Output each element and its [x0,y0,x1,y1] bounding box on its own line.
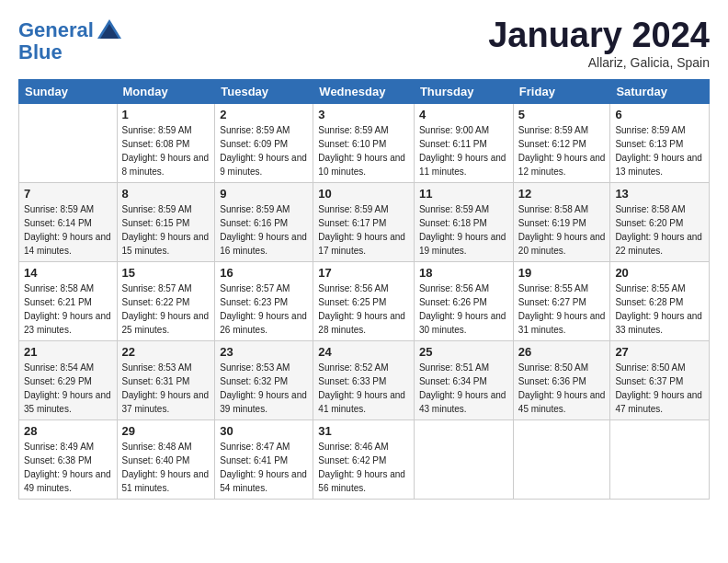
day-info: Sunrise: 8:58 AM Sunset: 6:19 PM Dayligh… [518,202,606,258]
title-block: January 2024 Allariz, Galicia, Spain [488,17,710,70]
sunset-text: Sunset: 6:32 PM [220,376,288,386]
sunset-text: Sunset: 6:12 PM [518,139,586,149]
sunset-text: Sunset: 6:08 PM [122,139,190,149]
calendar-day: 8 Sunrise: 8:59 AM Sunset: 6:15 PM Dayli… [117,182,215,261]
day-number: 25 [419,345,508,359]
daylight-text: Daylight: 9 hours and 17 minutes. [318,232,405,256]
day-info: Sunrise: 8:57 AM Sunset: 6:23 PM Dayligh… [220,282,308,337]
day-number: 28 [24,424,112,438]
daylight-text: Daylight: 9 hours and 20 minutes. [518,232,606,256]
calendar-day: 29 Sunrise: 8:48 AM Sunset: 6:40 PM Dayl… [117,419,215,499]
day-number: 30 [220,424,308,438]
calendar-day: 25 Sunrise: 8:51 AM Sunset: 6:34 PM Dayl… [414,340,513,419]
day-number: 31 [318,424,409,438]
header: General Blue January 2024 Allariz, Galic… [18,17,710,70]
sunrise-text: Sunrise: 8:55 AM [615,283,685,293]
calendar-day: 20 Sunrise: 8:55 AM Sunset: 6:28 PM Dayl… [610,261,710,340]
logo-text: General [18,19,94,41]
calendar-week-row-5: 28 Sunrise: 8:49 AM Sunset: 6:38 PM Dayl… [19,419,710,499]
sunrise-text: Sunrise: 8:53 AM [220,362,290,373]
daylight-text: Daylight: 9 hours and 45 minutes. [518,390,606,414]
daylight-text: Daylight: 9 hours and 43 minutes. [419,390,506,414]
col-thursday: Thursday [414,79,513,103]
calendar-day: 19 Sunrise: 8:55 AM Sunset: 6:27 PM Dayl… [513,261,610,340]
day-info: Sunrise: 8:59 AM Sunset: 6:08 PM Dayligh… [122,123,210,178]
day-number: 1 [122,108,210,121]
sunrise-text: Sunrise: 8:53 AM [122,362,192,373]
day-number: 3 [318,108,409,121]
calendar-day: 9 Sunrise: 8:59 AM Sunset: 6:16 PM Dayli… [215,182,313,261]
daylight-text: Daylight: 9 hours and 39 minutes. [220,390,307,414]
day-info: Sunrise: 8:59 AM Sunset: 6:13 PM Dayligh… [615,123,704,178]
day-number: 6 [615,108,704,121]
sunset-text: Sunset: 6:28 PM [615,297,683,307]
daylight-text: Daylight: 9 hours and 54 minutes. [220,469,307,493]
sunrise-text: Sunrise: 8:58 AM [24,283,94,293]
sunrise-text: Sunrise: 8:48 AM [122,442,192,452]
day-info: Sunrise: 8:59 AM Sunset: 6:09 PM Dayligh… [220,123,308,178]
day-info: Sunrise: 8:52 AM Sunset: 6:33 PM Dayligh… [318,361,409,416]
daylight-text: Daylight: 9 hours and 8 minutes. [122,153,210,177]
day-number: 4 [419,108,508,121]
daylight-text: Daylight: 9 hours and 31 minutes. [518,311,606,335]
day-number: 5 [518,108,606,121]
sunset-text: Sunset: 6:33 PM [318,376,386,386]
daylight-text: Daylight: 9 hours and 16 minutes. [220,232,307,256]
day-number: 19 [518,266,606,280]
calendar-day [513,419,610,499]
day-number: 15 [122,266,210,280]
sunset-text: Sunset: 6:26 PM [419,297,487,307]
sunrise-text: Sunrise: 8:59 AM [122,125,192,135]
calendar-day: 7 Sunrise: 8:59 AM Sunset: 6:14 PM Dayli… [19,182,118,261]
sunset-text: Sunset: 6:14 PM [24,218,92,228]
daylight-text: Daylight: 9 hours and 12 minutes. [518,153,606,177]
day-number: 14 [24,266,112,280]
sunrise-text: Sunrise: 8:52 AM [318,362,388,373]
sunrise-text: Sunrise: 8:59 AM [318,204,388,214]
sunset-text: Sunset: 6:09 PM [220,139,288,149]
col-tuesday: Tuesday [215,79,313,103]
day-info: Sunrise: 8:58 AM Sunset: 6:21 PM Dayligh… [24,282,112,337]
day-info: Sunrise: 8:50 AM Sunset: 6:37 PM Dayligh… [615,361,704,416]
day-info: Sunrise: 8:49 AM Sunset: 6:38 PM Dayligh… [24,440,112,495]
calendar-day [610,419,710,499]
calendar-day: 21 Sunrise: 8:54 AM Sunset: 6:29 PM Dayl… [19,340,118,419]
day-info: Sunrise: 8:48 AM Sunset: 6:40 PM Dayligh… [122,440,210,495]
calendar-day: 18 Sunrise: 8:56 AM Sunset: 6:26 PM Dayl… [414,261,513,340]
sunrise-text: Sunrise: 8:46 AM [318,442,388,452]
day-info: Sunrise: 8:59 AM Sunset: 6:17 PM Dayligh… [318,202,409,258]
calendar-day: 12 Sunrise: 8:58 AM Sunset: 6:19 PM Dayl… [513,182,610,261]
day-number: 24 [318,345,409,359]
sunrise-text: Sunrise: 8:59 AM [615,125,685,135]
daylight-text: Daylight: 9 hours and 14 minutes. [24,232,111,256]
sunset-text: Sunset: 6:21 PM [24,297,92,307]
calendar-page: General Blue January 2024 Allariz, Galic… [0,0,728,563]
sunrise-text: Sunrise: 8:59 AM [122,204,192,214]
sunrise-text: Sunrise: 8:58 AM [615,204,685,214]
sunset-text: Sunset: 6:16 PM [220,218,288,228]
calendar-day: 2 Sunrise: 8:59 AM Sunset: 6:09 PM Dayli… [215,103,313,182]
day-number: 22 [122,345,210,359]
day-number: 16 [220,266,308,280]
logo-blue-text: Blue [18,40,63,63]
day-number: 18 [419,266,508,280]
sunrise-text: Sunrise: 8:59 AM [318,125,388,135]
day-info: Sunrise: 8:59 AM Sunset: 6:16 PM Dayligh… [220,202,308,258]
daylight-text: Daylight: 9 hours and 13 minutes. [615,153,702,177]
daylight-text: Daylight: 9 hours and 10 minutes. [318,153,405,177]
sunrise-text: Sunrise: 8:59 AM [220,125,290,135]
calendar-day: 27 Sunrise: 8:50 AM Sunset: 6:37 PM Dayl… [610,340,710,419]
daylight-text: Daylight: 9 hours and 41 minutes. [318,390,405,414]
sunset-text: Sunset: 6:19 PM [518,218,586,228]
calendar-day: 5 Sunrise: 8:59 AM Sunset: 6:12 PM Dayli… [513,103,610,182]
sunset-text: Sunset: 6:40 PM [122,455,190,465]
daylight-text: Daylight: 9 hours and 37 minutes. [122,390,210,414]
sunrise-text: Sunrise: 8:57 AM [122,283,192,293]
location-subtitle: Allariz, Galicia, Spain [488,55,710,70]
day-number: 9 [220,187,308,201]
day-info: Sunrise: 8:59 AM Sunset: 6:15 PM Dayligh… [122,202,210,258]
sunrise-text: Sunrise: 8:54 AM [24,362,94,373]
day-number: 17 [318,266,409,280]
calendar-day [414,419,513,499]
sunrise-text: Sunrise: 8:50 AM [615,362,685,373]
